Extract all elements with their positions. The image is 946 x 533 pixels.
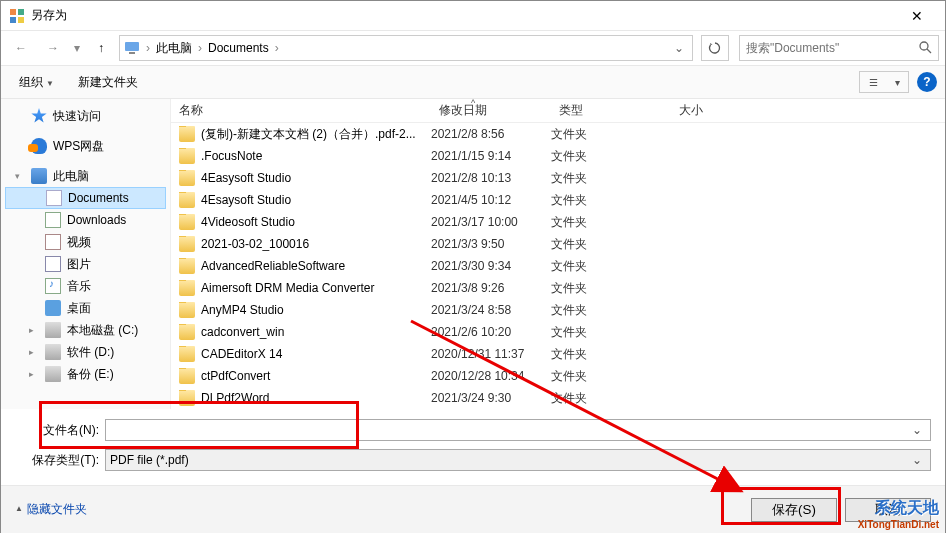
column-date[interactable]: 修改日期 xyxy=(431,99,551,123)
file-row[interactable]: CADEditorX 142020/12/31 11:37文件夹 xyxy=(171,343,945,365)
up-button[interactable]: ↑ xyxy=(87,35,115,61)
filename-input[interactable] xyxy=(110,423,908,437)
file-name: (复制)-新建文本文档 (2)（合并）.pdf-2... xyxy=(201,126,416,143)
file-name: AnyMP4 Studio xyxy=(201,303,284,317)
file-date: 2021/3/8 9:26 xyxy=(431,281,551,295)
expand-icon[interactable]: ▲ xyxy=(15,504,23,513)
search-icon[interactable] xyxy=(918,40,932,57)
expand-icon[interactable]: ▾ xyxy=(15,171,25,181)
filename-combo[interactable]: ⌄ xyxy=(105,419,931,441)
file-date: 2021/4/5 10:12 xyxy=(431,193,551,207)
file-row[interactable]: ctPdfConvert2020/12/28 10:34文件夹 xyxy=(171,365,945,387)
sidebar-label: 此电脑 xyxy=(53,168,89,185)
search-box[interactable] xyxy=(739,35,939,61)
filename-dropdown[interactable]: ⌄ xyxy=(908,423,926,437)
help-button[interactable]: ? xyxy=(917,72,937,92)
save-as-dialog: 另存为 ✕ ← → ▾ ↑ › 此电脑 › Documents › ⌄ xyxy=(0,0,946,533)
file-row[interactable]: .FocusNote2021/1/15 9:14文件夹 xyxy=(171,145,945,167)
sidebar-item-7[interactable]: 音乐 xyxy=(5,275,166,297)
svg-rect-0 xyxy=(10,9,16,15)
sidebar-item-6[interactable]: 图片 xyxy=(5,253,166,275)
forward-button: → xyxy=(39,35,67,61)
sidebar-item-1[interactable]: WPS网盘 xyxy=(5,135,166,157)
file-row[interactable]: AdvancedReliableSoftware2021/3/30 9:34文件… xyxy=(171,255,945,277)
file-type: 文件夹 xyxy=(551,148,671,165)
svg-rect-2 xyxy=(10,17,16,23)
dl-icon xyxy=(45,212,61,228)
cancel-button[interactable]: 取消 xyxy=(845,498,931,522)
sidebar-item-9[interactable]: ▸本地磁盘 (C:) xyxy=(5,319,166,341)
sidebar-label: 图片 xyxy=(67,256,91,273)
expand-icon[interactable]: ▸ xyxy=(29,369,39,379)
breadcrumb[interactable]: › 此电脑 › Documents › ⌄ xyxy=(119,35,693,61)
chevron-right-icon[interactable]: › xyxy=(196,41,204,55)
sidebar-item-11[interactable]: ▸备份 (E:) xyxy=(5,363,166,385)
file-row[interactable]: 4Videosoft Studio2021/3/17 10:00文件夹 xyxy=(171,211,945,233)
file-name: CADEditorX 14 xyxy=(201,347,282,361)
breadcrumb-root[interactable]: 此电脑 xyxy=(152,36,196,60)
chevron-right-icon[interactable]: › xyxy=(144,41,152,55)
filetype-value: PDF file (*.pdf) xyxy=(110,453,908,467)
organize-button[interactable]: 组织▼ xyxy=(9,70,64,95)
file-type: 文件夹 xyxy=(551,302,671,319)
sidebar-item-5[interactable]: 视频 xyxy=(5,231,166,253)
file-row[interactable]: DLPdf2Word2021/3/24 9:30文件夹 xyxy=(171,387,945,407)
folder-icon xyxy=(179,302,195,318)
file-date: 2021/3/3 9:50 xyxy=(431,237,551,251)
hide-folders-link[interactable]: 隐藏文件夹 xyxy=(27,501,743,518)
history-dropdown[interactable]: ▾ xyxy=(71,35,83,61)
column-size[interactable]: 大小 xyxy=(671,99,771,123)
filetype-combo[interactable]: PDF file (*.pdf) ⌄ xyxy=(105,449,931,471)
sidebar-item-4[interactable]: Downloads xyxy=(5,209,166,231)
file-row[interactable]: Aimersoft DRM Media Converter2021/3/8 9:… xyxy=(171,277,945,299)
footer: ▲ 隐藏文件夹 保存(S) 取消 xyxy=(1,485,945,533)
file-type: 文件夹 xyxy=(551,368,671,385)
expand-icon[interactable]: ▸ xyxy=(29,347,39,357)
column-type[interactable]: 类型 xyxy=(551,99,671,123)
file-row[interactable]: AnyMP4 Studio2021/3/24 8:58文件夹 xyxy=(171,299,945,321)
folder-icon xyxy=(179,390,195,406)
close-button[interactable]: ✕ xyxy=(897,8,937,24)
new-folder-button[interactable]: 新建文件夹 xyxy=(68,70,148,95)
folder-icon xyxy=(179,126,195,142)
sidebar-label: 桌面 xyxy=(67,300,91,317)
file-name: 2021-03-02_100016 xyxy=(201,237,309,251)
breadcrumb-folder[interactable]: Documents xyxy=(204,36,273,60)
sidebar-label: Downloads xyxy=(67,213,126,227)
video-icon xyxy=(45,234,61,250)
save-button[interactable]: 保存(S) xyxy=(751,498,837,522)
chevron-right-icon[interactable]: › xyxy=(273,41,281,55)
sidebar-item-0[interactable]: 快速访问 xyxy=(5,105,166,127)
file-date: 2021/3/24 9:30 xyxy=(431,391,551,405)
file-row[interactable]: cadconvert_win2021/2/6 10:20文件夹 xyxy=(171,321,945,343)
file-row[interactable]: 2021-03-02_1000162021/3/3 9:50文件夹 xyxy=(171,233,945,255)
sort-indicator: ^ xyxy=(471,99,475,108)
back-button[interactable]: ← xyxy=(7,35,35,61)
navbar: ← → ▾ ↑ › 此电脑 › Documents › ⌄ xyxy=(1,31,945,65)
view-options[interactable]: ☰▾ xyxy=(859,71,909,93)
file-row[interactable]: (复制)-新建文本文档 (2)（合并）.pdf-2...2021/2/8 8:5… xyxy=(171,123,945,145)
sidebar-item-2[interactable]: ▾此电脑 xyxy=(5,165,166,187)
folder-icon xyxy=(179,214,195,230)
filetype-dropdown[interactable]: ⌄ xyxy=(908,453,926,467)
sidebar-item-8[interactable]: 桌面 xyxy=(5,297,166,319)
toolbar: 组织▼ 新建文件夹 ☰▾ ? xyxy=(1,65,945,99)
disk-icon xyxy=(45,366,61,382)
sidebar-item-3[interactable]: Documents xyxy=(5,187,166,209)
file-list: ^ 名称 修改日期 类型 大小 (复制)-新建文本文档 (2)（合并）.pdf-… xyxy=(171,99,945,409)
music-icon xyxy=(45,278,61,294)
column-name[interactable]: 名称 xyxy=(171,99,431,123)
file-date: 2021/3/17 10:00 xyxy=(431,215,551,229)
expand-icon[interactable]: ▸ xyxy=(29,325,39,335)
sidebar-item-10[interactable]: ▸软件 (D:) xyxy=(5,341,166,363)
search-input[interactable] xyxy=(746,41,918,55)
refresh-button[interactable] xyxy=(701,35,729,61)
sidebar-label: 快速访问 xyxy=(53,108,101,125)
folder-icon xyxy=(179,236,195,252)
breadcrumb-dropdown[interactable]: ⌄ xyxy=(670,41,688,55)
file-row[interactable]: 4Easysoft Studio2021/2/8 10:13文件夹 xyxy=(171,167,945,189)
svg-line-7 xyxy=(927,49,931,53)
file-type: 文件夹 xyxy=(551,126,671,143)
file-row[interactable]: 4Esaysoft Studio2021/4/5 10:12文件夹 xyxy=(171,189,945,211)
folder-icon xyxy=(179,258,195,274)
